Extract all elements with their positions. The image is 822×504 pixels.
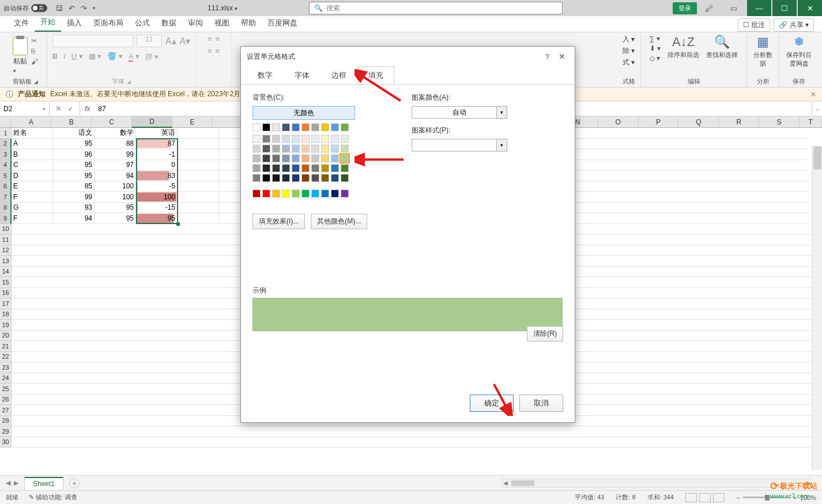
- color-swatch[interactable]: [282, 174, 290, 182]
- color-swatch[interactable]: [341, 190, 349, 198]
- color-swatch[interactable]: [341, 123, 349, 131]
- col-header-d[interactable]: D: [132, 116, 172, 128]
- row-header[interactable]: 9: [0, 213, 12, 224]
- col-header-c[interactable]: C: [92, 116, 132, 128]
- color-swatch[interactable]: [292, 154, 300, 162]
- sort-filter-button[interactable]: A↓Z 排序和筛选: [668, 35, 699, 59]
- underline-button[interactable]: U ▾: [71, 52, 83, 62]
- row-header[interactable]: 5: [0, 170, 12, 181]
- color-swatch[interactable]: [331, 135, 339, 143]
- color-swatch[interactable]: [272, 174, 280, 182]
- color-swatch[interactable]: [292, 174, 300, 182]
- color-swatch[interactable]: [311, 174, 319, 182]
- color-swatch[interactable]: [301, 154, 310, 162]
- color-swatch[interactable]: [262, 164, 270, 172]
- cell[interactable]: 英语: [136, 128, 178, 139]
- horizontal-scrollbar[interactable]: ◀ ▶: [502, 479, 813, 488]
- color-swatch[interactable]: [331, 190, 339, 198]
- color-swatch[interactable]: [282, 145, 290, 153]
- cell[interactable]: [12, 437, 819, 448]
- row-header[interactable]: 4: [0, 160, 12, 171]
- row-header[interactable]: 16: [0, 288, 12, 299]
- search-input[interactable]: 🔍 搜索: [309, 2, 563, 14]
- color-swatch[interactable]: [311, 145, 319, 153]
- no-color-button[interactable]: 无颜色: [252, 106, 355, 120]
- color-swatch[interactable]: [252, 174, 261, 182]
- cell[interactable]: [178, 203, 219, 214]
- color-swatch[interactable]: [301, 164, 310, 172]
- cell[interactable]: 95: [136, 213, 178, 224]
- color-swatch[interactable]: [272, 135, 280, 143]
- row-header[interactable]: 29: [0, 426, 12, 437]
- color-swatch[interactable]: [272, 190, 280, 198]
- cell[interactable]: [178, 181, 219, 192]
- color-swatch[interactable]: [282, 164, 290, 172]
- paste-button[interactable]: 粘贴▾: [13, 56, 27, 74]
- border-button[interactable]: ▦ ▾: [89, 52, 102, 62]
- page-break-view-button[interactable]: [713, 493, 725, 502]
- more-colors-button[interactable]: 其他颜色(M)...: [311, 214, 367, 229]
- row-header[interactable]: 20: [0, 331, 12, 342]
- col-header-t[interactable]: T: [800, 116, 822, 128]
- login-button[interactable]: 登录: [673, 2, 697, 14]
- paste-icon[interactable]: [13, 37, 28, 55]
- cell[interactable]: -5: [136, 181, 178, 192]
- pattern-style-select[interactable]: ▾: [412, 139, 507, 151]
- cell[interactable]: 99: [53, 192, 95, 203]
- cell[interactable]: A: [12, 139, 53, 150]
- cell[interactable]: [178, 170, 219, 181]
- autosave-control[interactable]: 自动保存 关: [3, 4, 47, 13]
- cell[interactable]: 95: [95, 213, 136, 224]
- cell[interactable]: 95: [53, 139, 95, 150]
- undo-icon[interactable]: ↶: [69, 4, 75, 13]
- color-swatch[interactable]: [262, 123, 270, 131]
- row-header[interactable]: 3: [0, 149, 12, 160]
- color-swatch[interactable]: [321, 190, 329, 198]
- color-swatch[interactable]: [341, 145, 349, 153]
- ribbon-display-button[interactable]: ▭: [722, 0, 746, 16]
- col-header-q[interactable]: Q: [678, 116, 719, 128]
- row-header[interactable]: 12: [0, 245, 12, 256]
- color-swatch[interactable]: [331, 123, 339, 131]
- col-header-b[interactable]: B: [51, 116, 92, 128]
- row-header[interactable]: 6: [0, 181, 12, 192]
- sheet-tab-sheet1[interactable]: Sheet1: [24, 477, 63, 490]
- row-header[interactable]: 7: [0, 192, 12, 203]
- close-window-button[interactable]: ✕: [798, 0, 822, 16]
- tab-help[interactable]: 帮助: [235, 16, 262, 32]
- minimize-button[interactable]: —: [747, 0, 771, 16]
- cell[interactable]: 100: [136, 192, 178, 203]
- coming-soon-icon[interactable]: 🖉: [705, 3, 714, 13]
- color-swatch[interactable]: [252, 190, 261, 198]
- row-header[interactable]: 30: [0, 437, 12, 448]
- dialog-tab-font[interactable]: 字体: [284, 66, 320, 85]
- redo-icon[interactable]: ↷: [81, 4, 87, 13]
- expand-formula-bar-icon[interactable]: ⌄: [812, 101, 822, 116]
- cell[interactable]: [178, 139, 219, 150]
- color-swatch[interactable]: [321, 174, 329, 182]
- color-swatch[interactable]: [321, 145, 329, 153]
- col-header-o[interactable]: O: [598, 116, 639, 128]
- tab-home[interactable]: 开始: [35, 14, 61, 32]
- cell[interactable]: 88: [95, 139, 136, 150]
- row-header[interactable]: 26: [0, 395, 12, 406]
- cell[interactable]: [178, 213, 219, 224]
- cell[interactable]: D: [12, 170, 53, 181]
- cell[interactable]: C: [12, 160, 53, 171]
- cell[interactable]: [178, 160, 219, 171]
- italic-button[interactable]: I: [63, 52, 66, 62]
- dialog-close-button[interactable]: ✕: [555, 52, 569, 61]
- col-header-s[interactable]: S: [759, 116, 800, 128]
- color-swatch[interactable]: [282, 135, 290, 143]
- color-swatch[interactable]: [252, 154, 261, 162]
- tab-insert[interactable]: 插入: [61, 16, 88, 32]
- expand-icon[interactable]: ◢: [127, 79, 131, 85]
- color-swatch[interactable]: [262, 154, 270, 162]
- align-top-icon[interactable]: ≡: [208, 35, 212, 43]
- color-swatch[interactable]: [311, 154, 319, 162]
- row-header[interactable]: 28: [0, 416, 12, 427]
- color-swatch[interactable]: [292, 164, 300, 172]
- vertical-scrollbar[interactable]: [812, 146, 822, 470]
- cell[interactable]: [178, 149, 219, 160]
- pattern-color-select[interactable]: 自动 ▾: [412, 106, 507, 119]
